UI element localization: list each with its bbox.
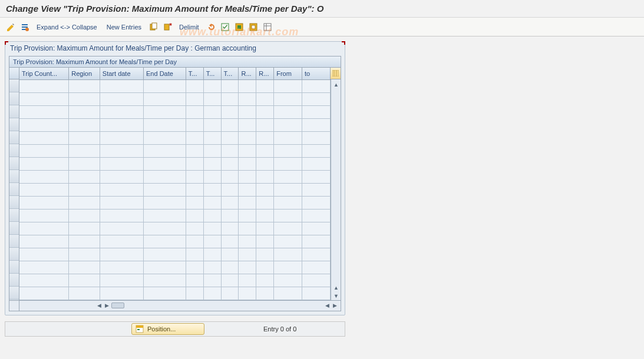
- cell[interactable]: [302, 92, 331, 105]
- cell[interactable]: [144, 105, 186, 118]
- cell[interactable]: [69, 222, 100, 235]
- cell[interactable]: [203, 92, 221, 105]
- row-selector[interactable]: [9, 196, 19, 209]
- cell[interactable]: [256, 157, 274, 170]
- table-row[interactable]: [19, 248, 331, 261]
- cell[interactable]: [274, 79, 302, 92]
- cell[interactable]: [100, 196, 143, 209]
- row-selector-header[interactable]: [9, 68, 19, 79]
- cell[interactable]: [69, 79, 100, 92]
- cell[interactable]: [302, 287, 331, 300]
- configure-columns-icon[interactable]: [331, 68, 341, 79]
- cell[interactable]: [19, 79, 69, 92]
- cell[interactable]: [274, 131, 302, 144]
- cell[interactable]: [302, 183, 331, 196]
- cell[interactable]: [144, 261, 186, 274]
- toggle-edit-icon[interactable]: [5, 21, 16, 33]
- deselect-all-icon[interactable]: [247, 21, 259, 33]
- cell[interactable]: [69, 105, 100, 118]
- cell[interactable]: [274, 170, 302, 183]
- cell[interactable]: [186, 248, 203, 261]
- cell[interactable]: [19, 196, 69, 209]
- cell[interactable]: [239, 261, 256, 274]
- cell[interactable]: [186, 209, 203, 222]
- cell[interactable]: [239, 131, 256, 144]
- cell[interactable]: [144, 235, 186, 248]
- cell[interactable]: [239, 222, 256, 235]
- table-row[interactable]: [19, 131, 331, 144]
- cell[interactable]: [186, 261, 203, 274]
- cell[interactable]: [256, 287, 274, 300]
- cell[interactable]: [256, 196, 274, 209]
- row-selector[interactable]: [9, 287, 19, 300]
- scroll-down2-icon[interactable]: ▼: [331, 292, 341, 300]
- cell[interactable]: [144, 131, 186, 144]
- cell[interactable]: [100, 118, 143, 131]
- cell[interactable]: [19, 144, 69, 157]
- cell[interactable]: [239, 118, 256, 131]
- column-header[interactable]: Trip Count...: [19, 68, 69, 79]
- cell[interactable]: [69, 183, 100, 196]
- cell[interactable]: [302, 131, 331, 144]
- cell[interactable]: [203, 248, 221, 261]
- cell[interactable]: [302, 79, 331, 92]
- scroll-up-icon[interactable]: ▲: [331, 81, 341, 89]
- cell[interactable]: [203, 287, 221, 300]
- cell[interactable]: [203, 196, 221, 209]
- row-selector[interactable]: [9, 79, 19, 92]
- cell[interactable]: [221, 196, 239, 209]
- table-row[interactable]: [19, 209, 331, 222]
- delimit-button[interactable]: Delimit: [176, 24, 203, 31]
- cell[interactable]: [100, 183, 143, 196]
- table-settings-icon[interactable]: [262, 21, 273, 33]
- cell[interactable]: [144, 157, 186, 170]
- cell[interactable]: [186, 170, 203, 183]
- cell[interactable]: [100, 248, 143, 261]
- cell[interactable]: [186, 183, 203, 196]
- cell[interactable]: [203, 118, 221, 131]
- cell[interactable]: [144, 170, 186, 183]
- column-header[interactable]: End Date: [144, 68, 186, 79]
- cell[interactable]: [256, 105, 274, 118]
- cell[interactable]: [69, 287, 100, 300]
- cell[interactable]: [186, 118, 203, 131]
- cell[interactable]: [186, 144, 203, 157]
- cell[interactable]: [274, 105, 302, 118]
- row-selector[interactable]: [9, 92, 19, 105]
- cell[interactable]: [186, 287, 203, 300]
- cell[interactable]: [302, 222, 331, 235]
- cell[interactable]: [19, 105, 69, 118]
- cell[interactable]: [203, 144, 221, 157]
- cell[interactable]: [186, 79, 203, 92]
- cell[interactable]: [144, 287, 186, 300]
- cell[interactable]: [100, 79, 143, 92]
- cell[interactable]: [203, 222, 221, 235]
- scroll-left-icon[interactable]: ◀: [96, 303, 103, 308]
- cell[interactable]: [203, 170, 221, 183]
- horizontal-scrollbar[interactable]: ◀ ▶ ◀ ▶: [9, 300, 341, 311]
- table-row[interactable]: [19, 287, 331, 300]
- cell[interactable]: [19, 248, 69, 261]
- column-header[interactable]: Start date: [100, 68, 143, 79]
- hscroll-thumb[interactable]: [111, 303, 124, 308]
- cell[interactable]: [144, 144, 186, 157]
- cell[interactable]: [274, 248, 302, 261]
- table-row[interactable]: [19, 261, 331, 274]
- cell[interactable]: [274, 144, 302, 157]
- cell[interactable]: [221, 157, 239, 170]
- cell[interactable]: [69, 274, 100, 287]
- cell[interactable]: [19, 287, 69, 300]
- cell[interactable]: [100, 287, 143, 300]
- cell[interactable]: [256, 274, 274, 287]
- select-block-icon[interactable]: [233, 21, 245, 33]
- cell[interactable]: [221, 183, 239, 196]
- row-selector[interactable]: [9, 118, 19, 131]
- cell[interactable]: [221, 92, 239, 105]
- expand-collapse-button[interactable]: Expand <-> Collapse: [33, 24, 101, 31]
- cell[interactable]: [144, 248, 186, 261]
- select-all-icon[interactable]: [219, 21, 231, 33]
- row-selector[interactable]: [9, 248, 19, 261]
- cell[interactable]: [69, 235, 100, 248]
- cell[interactable]: [256, 183, 274, 196]
- cell[interactable]: [144, 222, 186, 235]
